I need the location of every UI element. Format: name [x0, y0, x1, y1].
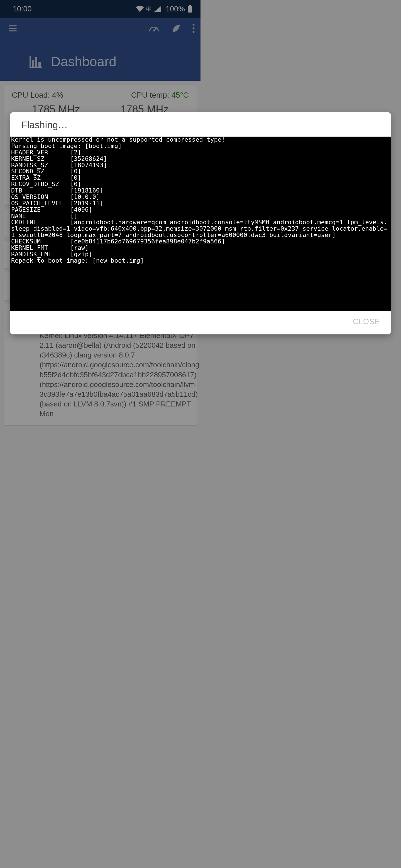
- console-output: Kernel is uncompressed or not a supporte…: [10, 136, 200, 311]
- flashing-dialog: Flashing… Kernel is uncompressed or not …: [10, 112, 200, 334]
- dialog-title: Flashing…: [10, 112, 200, 136]
